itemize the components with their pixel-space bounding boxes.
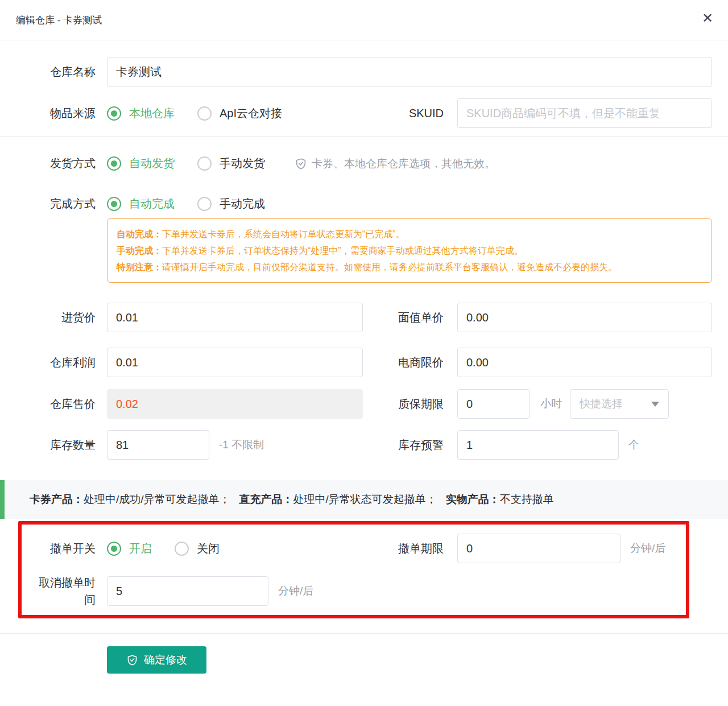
banner-segment: 卡券产品：处理中/成功/异常可发起撤单；: [30, 492, 230, 507]
notice-line: 自动完成：下单并发送卡券后，系统会自动将订单状态更新为“已完成”。: [117, 226, 702, 242]
warehouse-name-row: 仓库名称: [0, 57, 728, 86]
completion-method-label: 完成方式: [0, 196, 107, 212]
delivery-method-label: 发货方式: [0, 156, 107, 171]
delivery-option-manual[interactable]: 手动发货: [197, 156, 265, 171]
warehouse-sale-price-label: 仓库售价: [0, 397, 107, 412]
purchase-price-label: 进货价: [0, 310, 107, 325]
radio-icon: [197, 197, 212, 211]
item-source-option-api-cloud[interactable]: ApI云仓对接: [197, 106, 282, 121]
warehouse-profit-input[interactable]: [107, 348, 363, 377]
warranty-period-label: 质保期限: [363, 397, 457, 412]
cancel-refund-time-label: 取消撤单时间: [22, 574, 107, 608]
face-unit-price-input[interactable]: [457, 303, 712, 332]
chevron-down-icon: [651, 402, 659, 407]
ecom-price-limit-input[interactable]: [457, 348, 712, 377]
modal-header: 编辑仓库 - 卡券测试 ✕: [0, 0, 728, 40]
face-unit-price-label: 面值单价: [363, 310, 457, 325]
edit-warehouse-modal: 编辑仓库 - 卡券测试 ✕ 仓库名称 物品来源 本地仓库 ApI云仓对接 SKU…: [0, 0, 728, 674]
ecom-price-limit-label: 电商限价: [363, 355, 457, 370]
footer-divider: [0, 633, 728, 634]
warehouse-sale-price-input: [107, 389, 363, 419]
banner-segment: 直充产品：处理中/异常状态可发起撤单；: [239, 492, 437, 507]
modal-title: 编辑仓库 - 卡券测试: [16, 14, 102, 27]
quick-select-dropdown[interactable]: 快捷选择: [570, 389, 669, 419]
warehouse-name-label: 仓库名称: [0, 64, 107, 80]
item-source-label: 物品来源: [0, 106, 107, 121]
radio-icon: [107, 106, 121, 121]
stock-warning-unit: 个: [628, 437, 639, 452]
purchase-price-input[interactable]: [107, 303, 363, 332]
confirm-edit-label: 确定修改: [144, 653, 187, 667]
section-divider: [0, 136, 728, 137]
cancel-refund-time-row: 取消撤单时间 分钟/后: [22, 574, 686, 608]
stock-quantity-hint: -1 不限制: [219, 437, 264, 452]
shield-check-icon: [295, 158, 307, 170]
radio-icon: [107, 542, 121, 556]
price-row-1: 进货价 面值单价: [0, 303, 728, 332]
notice-line: 手动完成：下单并发送卡券后，订单状态保持为“处理中”，需要商家手动或通过其他方式…: [117, 242, 702, 259]
warehouse-profit-label: 仓库利润: [0, 355, 107, 370]
completion-method-row: 完成方式 自动完成 手动完成: [0, 196, 728, 212]
delivery-method-row: 发货方式 自动发货 手动发货 卡券、本地仓库仓库选项，其他无效。: [0, 156, 728, 171]
stock-quantity-input[interactable]: [107, 430, 209, 460]
warehouse-name-input[interactable]: [107, 57, 712, 86]
warranty-unit: 小时: [540, 397, 562, 411]
refund-period-suffix: 分钟/后: [630, 541, 665, 556]
refund-period-label: 撤单期限: [363, 541, 457, 556]
refund-notice-banner: 卡券产品：处理中/成功/异常可发起撤单； 直充产品：处理中/异常状态可发起撤单；…: [0, 480, 728, 519]
cancel-refund-time-suffix: 分钟/后: [278, 584, 313, 598]
stock-row: 库存数量 -1 不限制 库存预警 个: [0, 430, 728, 460]
stock-warning-input[interactable]: [457, 430, 619, 460]
completion-notice-box: 自动完成：下单并发送卡券后，系统会自动将订单状态更新为“已完成”。 手动完成：下…: [107, 218, 712, 283]
annotation-rectangle: 撤单开关 开启 关闭 撤单期限 分钟/后 取消撤单时间 分钟/后: [18, 521, 689, 618]
radio-icon: [197, 106, 212, 121]
cancel-refund-time-input[interactable]: [107, 576, 268, 606]
radio-icon: [175, 542, 189, 556]
close-icon: ✕: [702, 10, 713, 26]
delivery-option-auto[interactable]: 自动发货: [107, 156, 175, 171]
banner-segment: 实物产品：不支持撤单: [446, 492, 554, 507]
stock-quantity-label: 库存数量: [0, 437, 107, 453]
completion-option-auto[interactable]: 自动完成: [107, 196, 175, 212]
price-row-3: 仓库售价 质保期限 小时 快捷选择: [0, 389, 728, 419]
refund-period-input[interactable]: [457, 534, 621, 563]
item-source-row: 物品来源 本地仓库 ApI云仓对接 SKUID: [0, 98, 728, 128]
price-row-2: 仓库利润 电商限价: [0, 348, 728, 377]
refund-switch-row: 撤单开关 开启 关闭 撤单期限 分钟/后: [22, 534, 686, 563]
shield-check-icon: [126, 654, 138, 666]
radio-icon: [107, 197, 121, 211]
completion-option-manual[interactable]: 手动完成: [197, 196, 265, 212]
refund-switch-option-on[interactable]: 开启: [107, 541, 152, 556]
delivery-note: 卡券、本地仓库仓库选项，其他无效。: [295, 156, 495, 171]
skuid-input[interactable]: [457, 98, 712, 128]
refund-switch-option-off[interactable]: 关闭: [175, 541, 220, 556]
confirm-edit-button[interactable]: 确定修改: [107, 646, 206, 674]
radio-icon: [107, 156, 121, 171]
skuid-label: SKUID: [363, 107, 457, 120]
item-source-option-local[interactable]: 本地仓库: [107, 106, 175, 121]
warranty-period-input[interactable]: [457, 389, 530, 419]
stock-warning-label: 库存预警: [363, 437, 457, 453]
refund-switch-label: 撤单开关: [22, 541, 107, 556]
radio-icon: [197, 156, 212, 171]
notice-line: 特别注意：请谨慎开启手动完成，目前仅部分渠道支持。如需使用，请务必提前联系平台客…: [117, 259, 702, 275]
close-button[interactable]: ✕: [702, 11, 713, 25]
